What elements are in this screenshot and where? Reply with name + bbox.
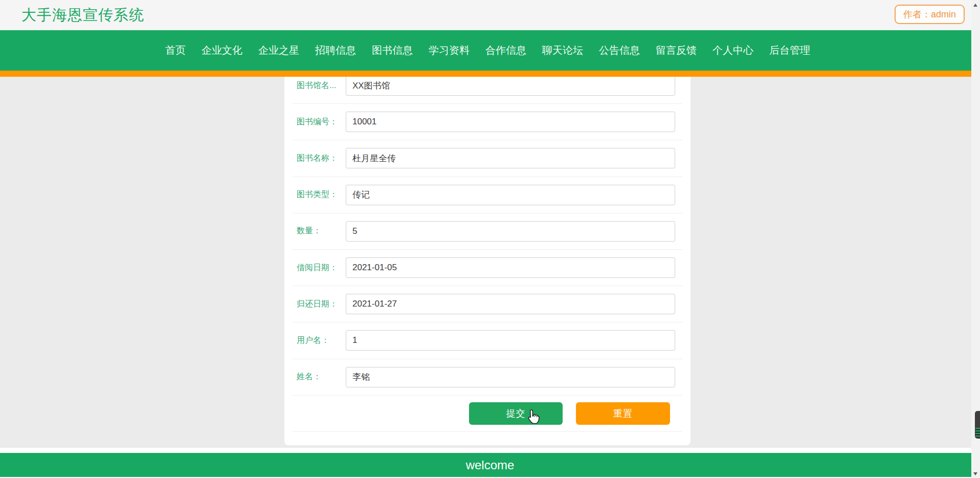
username-label: 用户名：	[293, 335, 346, 346]
form-row: 图书编号：	[293, 104, 682, 140]
borrow-form: 图书馆名... 图书编号： 图书名称： 图书类型： 数量：	[293, 77, 682, 432]
nav-item-forum[interactable]: 聊天论坛	[542, 30, 583, 71]
borrow-form-card: 图书馆名... 图书编号： 图书名称： 图书类型： 数量：	[284, 77, 691, 445]
book-title-input[interactable]	[346, 148, 675, 168]
scrollbar-up-arrow-icon[interactable]	[973, 4, 977, 7]
vertical-scrollbar[interactable]	[971, 0, 980, 478]
page: 大手海恩宣传系统 作者：admin 首页 企业文化 企业之星 招聘信息 图书信息…	[0, 0, 980, 478]
submit-button[interactable]: 提交	[469, 402, 563, 425]
quantity-input[interactable]	[346, 221, 675, 242]
form-row: 数量：	[293, 213, 682, 250]
nav-item-cooperation[interactable]: 合作信息	[485, 30, 526, 71]
form-row: 图书名称：	[293, 140, 682, 177]
form-row: 归还日期：	[293, 286, 682, 322]
library-name-label: 图书馆名...	[293, 80, 346, 91]
footer-text: welcome	[466, 458, 515, 472]
footer: welcome	[0, 453, 980, 477]
library-name-input[interactable]	[346, 77, 675, 96]
return-date-input[interactable]	[346, 294, 675, 314]
form-row: 姓名：	[293, 359, 682, 396]
scrollbar-down-arrow-icon[interactable]	[973, 472, 977, 475]
nav-item-home[interactable]: 首页	[165, 30, 186, 71]
book-type-label: 图书类型：	[293, 189, 346, 200]
name-label: 姓名：	[293, 372, 346, 382]
reset-button[interactable]: 重置	[576, 402, 670, 425]
borrow-date-label: 借阅日期：	[293, 263, 346, 273]
nav-item-books[interactable]: 图书信息	[372, 30, 413, 71]
nav-item-star[interactable]: 企业之星	[258, 30, 299, 71]
nav-item-admin[interactable]: 后台管理	[769, 30, 810, 71]
site-title: 大手海恩宣传系统	[21, 0, 144, 30]
form-row: 图书类型：	[293, 177, 682, 213]
nav-item-feedback[interactable]: 留言反馈	[656, 30, 697, 71]
quantity-label: 数量：	[293, 226, 346, 236]
main-nav: 首页 企业文化 企业之星 招聘信息 图书信息 学习资料 合作信息 聊天论坛 公告…	[0, 30, 980, 71]
orange-divider-stripe	[0, 71, 980, 77]
book-type-input[interactable]	[346, 185, 675, 205]
content-area: 图书馆名... 图书编号： 图书名称： 图书类型： 数量：	[0, 77, 980, 448]
return-date-label: 归还日期：	[293, 299, 346, 310]
nav-item-study[interactable]: 学习资料	[429, 30, 470, 71]
nav-item-culture[interactable]: 企业文化	[202, 30, 242, 71]
borrow-date-input[interactable]	[346, 257, 675, 278]
form-row: 用户名：	[293, 322, 682, 359]
header: 大手海恩宣传系统 作者：admin	[0, 0, 980, 30]
form-row: 图书馆名...	[293, 77, 682, 104]
scrollbar-thumb-stripes	[975, 428, 980, 437]
nav-item-notice[interactable]: 公告信息	[599, 30, 640, 71]
book-title-label: 图书名称：	[293, 153, 346, 164]
name-input[interactable]	[346, 367, 675, 387]
nav-item-personal[interactable]: 个人中心	[712, 30, 753, 71]
form-buttons-row: 提交 重置	[293, 396, 682, 432]
scrollbar-thumb[interactable]	[975, 411, 980, 439]
username-input[interactable]	[346, 330, 675, 351]
author-badge[interactable]: 作者：admin	[895, 5, 965, 24]
form-row: 借阅日期：	[293, 250, 682, 286]
book-id-input[interactable]	[346, 112, 675, 132]
footer-gap	[0, 448, 980, 453]
book-id-label: 图书编号：	[293, 117, 346, 127]
nav-list: 首页 企业文化 企业之星 招聘信息 图书信息 学习资料 合作信息 聊天论坛 公告…	[0, 30, 980, 71]
nav-item-recruit[interactable]: 招聘信息	[315, 30, 356, 71]
